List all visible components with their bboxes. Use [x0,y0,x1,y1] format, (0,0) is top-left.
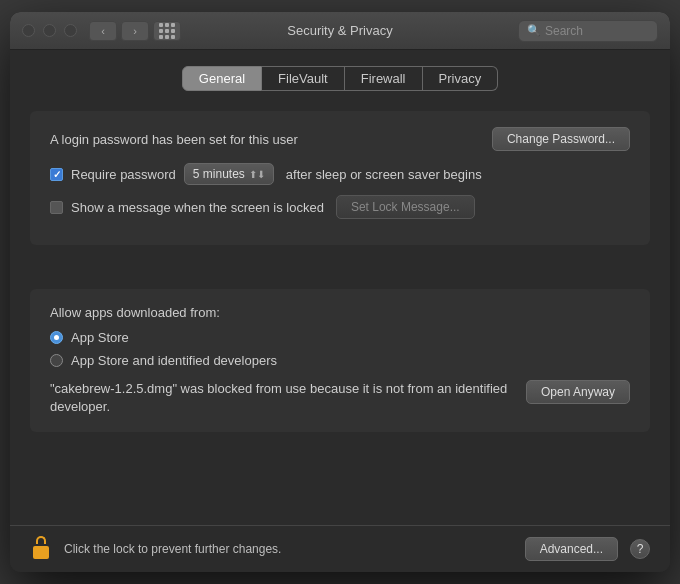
window: ‹ › Security & Privacy 🔍 Search General … [10,12,670,572]
content-area: General FileVault Firewall Privacy A log… [10,50,670,525]
search-bar[interactable]: 🔍 Search [518,20,658,42]
blocked-row: "cakebrew-1.2.5.dmg" was blocked from us… [50,380,630,416]
download-section: Allow apps downloaded from: App Store Ap… [30,289,650,432]
tab-filevault[interactable]: FileVault [262,66,345,91]
app-grid-button[interactable] [153,21,181,41]
appstore-devs-label: App Store and identified developers [71,353,277,368]
appstore-label: App Store [71,330,129,345]
set-lock-message-button[interactable]: Set Lock Message... [336,195,475,219]
tab-general[interactable]: General [182,66,262,91]
password-timeout-dropdown[interactable]: 5 minutes ⬆⬇ [184,163,274,185]
appstore-devs-radio-row: App Store and identified developers [50,353,630,368]
minimize-button[interactable] [43,24,56,37]
lock-shackle [36,536,46,544]
forward-button[interactable]: › [121,21,149,41]
tab-bar: General FileVault Firewall Privacy [30,66,650,91]
dropdown-value: 5 minutes [193,167,245,181]
window-title: Security & Privacy [287,23,392,38]
download-title: Allow apps downloaded from: [50,305,630,320]
require-password-checkbox[interactable] [50,168,63,181]
lock-text: Click the lock to prevent further change… [64,542,513,556]
require-password-row: Require password 5 minutes ⬆⬇ after slee… [50,163,630,185]
show-message-row: Show a message when the screen is locked… [50,195,630,219]
lock-body [33,546,49,559]
login-password-section: A login password has been set for this u… [30,111,650,245]
show-message-checkbox[interactable] [50,201,63,214]
title-bar: ‹ › Security & Privacy 🔍 Search [10,12,670,50]
require-password-label: Require password [71,167,176,182]
open-anyway-button[interactable]: Open Anyway [526,380,630,404]
help-button[interactable]: ? [630,539,650,559]
search-placeholder: Search [545,24,583,38]
traffic-lights [22,24,77,37]
lock-icon[interactable] [30,536,52,562]
back-button[interactable]: ‹ [89,21,117,41]
tab-privacy[interactable]: Privacy [423,66,499,91]
after-sleep-label: after sleep or screen saver begins [286,167,482,182]
bottom-bar: Click the lock to prevent further change… [10,525,670,572]
search-icon: 🔍 [527,24,541,37]
nav-buttons: ‹ › [89,21,149,41]
appstore-devs-radio[interactable] [50,354,63,367]
blocked-text: "cakebrew-1.2.5.dmg" was blocked from us… [50,380,514,416]
appstore-radio-row: App Store [50,330,630,345]
maximize-button[interactable] [64,24,77,37]
show-message-label: Show a message when the screen is locked [71,200,324,215]
tab-firewall[interactable]: Firewall [345,66,423,91]
login-password-label: A login password has been set for this u… [50,132,492,147]
advanced-button[interactable]: Advanced... [525,537,618,561]
chevron-up-down-icon: ⬆⬇ [249,169,265,180]
close-button[interactable] [22,24,35,37]
appstore-radio[interactable] [50,331,63,344]
login-password-row: A login password has been set for this u… [50,127,630,151]
change-password-button[interactable]: Change Password... [492,127,630,151]
spacer [30,259,650,289]
